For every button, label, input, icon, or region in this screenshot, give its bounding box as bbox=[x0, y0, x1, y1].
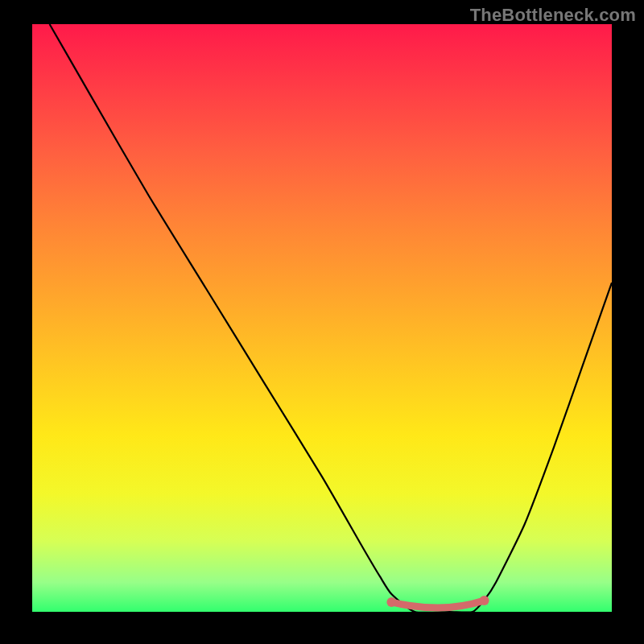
bottleneck-curve-path bbox=[50, 24, 612, 613]
watermark-text: TheBottleneck.com bbox=[470, 5, 636, 26]
plot-area bbox=[32, 24, 612, 612]
chart-container: TheBottleneck.com bbox=[0, 0, 644, 644]
curve-layer bbox=[32, 24, 612, 612]
flat-segment-path bbox=[391, 601, 484, 608]
flat-segment-dot-right bbox=[480, 596, 489, 605]
flat-segment-dot-left bbox=[386, 597, 396, 607]
